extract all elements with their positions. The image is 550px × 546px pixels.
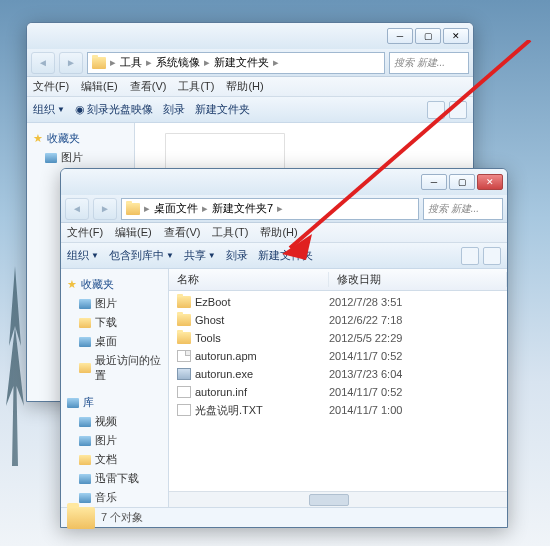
- titlebar[interactable]: ─ ▢ ✕: [61, 169, 507, 195]
- breadcrumb-item[interactable]: 系统镜像: [156, 55, 200, 70]
- tool-share[interactable]: 共享 ▼: [184, 248, 216, 263]
- close-button[interactable]: ✕: [443, 28, 469, 44]
- documents-icon: [79, 455, 91, 465]
- txt-icon: [177, 404, 191, 416]
- menu-view[interactable]: 查看(V): [130, 79, 167, 94]
- folder-icon: [177, 314, 191, 326]
- file-name: 光盘说明.TXT: [195, 403, 263, 418]
- address-bar[interactable]: ▸ 工具 ▸ 系统镜像 ▸ 新建文件夹 ▸: [87, 52, 385, 74]
- address-bar[interactable]: ▸ 桌面文件 ▸ 新建文件夹7 ▸: [121, 198, 419, 220]
- star-icon: ★: [33, 132, 43, 145]
- column-name[interactable]: 名称: [169, 272, 329, 287]
- file-date: 2012/6/22 7:18: [329, 314, 507, 326]
- file-row[interactable]: autorun.exe2013/7/23 6:04: [169, 365, 507, 383]
- desktop-icon: [79, 337, 91, 347]
- back-button[interactable]: ◄: [31, 52, 55, 74]
- menu-edit[interactable]: 编辑(E): [81, 79, 118, 94]
- column-date[interactable]: 修改日期: [329, 272, 507, 287]
- toolbar: 组织 ▼ ◉ 刻录光盘映像 刻录 新建文件夹: [27, 97, 473, 123]
- file-row[interactable]: Ghost2012/6/22 7:18: [169, 311, 507, 329]
- breadcrumb-item[interactable]: 新建文件夹: [214, 55, 269, 70]
- nav-bar: ◄ ► ▸ 桌面文件 ▸ 新建文件夹7 ▸ 搜索 新建...: [61, 195, 507, 223]
- menu-bar: 文件(F) 编辑(E) 查看(V) 工具(T) 帮助(H): [61, 223, 507, 243]
- file-date: 2014/11/7 0:52: [329, 350, 507, 362]
- menu-edit[interactable]: 编辑(E): [115, 225, 152, 240]
- breadcrumb-item[interactable]: 新建文件夹7: [212, 201, 273, 216]
- menu-view[interactable]: 查看(V): [164, 225, 201, 240]
- downloads-icon: [79, 318, 91, 328]
- sidebar-item-videos[interactable]: 视频: [65, 412, 164, 431]
- breadcrumb-item[interactable]: 工具: [120, 55, 142, 70]
- back-button[interactable]: ◄: [65, 198, 89, 220]
- file-row[interactable]: EzBoot2012/7/28 3:51: [169, 293, 507, 311]
- view-options-icon[interactable]: [461, 247, 479, 265]
- inf-icon: [177, 386, 191, 398]
- tool-burn[interactable]: 刻录: [163, 102, 185, 117]
- file-row[interactable]: 光盘说明.TXT2014/11/7 1:00: [169, 401, 507, 419]
- folder-icon: [126, 203, 140, 215]
- help-icon[interactable]: [449, 101, 467, 119]
- sidebar-item-pictures[interactable]: 图片: [31, 148, 130, 167]
- file-list[interactable]: EzBoot2012/7/28 3:51Ghost2012/6/22 7:18T…: [169, 291, 507, 491]
- sidebar-item-desktop[interactable]: 桌面: [65, 332, 164, 351]
- file-row[interactable]: Tools2012/5/5 22:29: [169, 329, 507, 347]
- recent-icon: [79, 363, 91, 373]
- file-icon: [177, 350, 191, 362]
- menu-help[interactable]: 帮助(H): [226, 79, 263, 94]
- tool-new-folder[interactable]: 新建文件夹: [258, 248, 313, 263]
- maximize-button[interactable]: ▢: [449, 174, 475, 190]
- horizontal-scrollbar[interactable]: [169, 491, 507, 507]
- pictures-icon: [45, 153, 57, 163]
- sidebar-item-documents[interactable]: 文档: [65, 450, 164, 469]
- menu-tools[interactable]: 工具(T): [212, 225, 248, 240]
- nav-bar: ◄ ► ▸ 工具 ▸ 系统镜像 ▸ 新建文件夹 ▸ 搜索 新建...: [27, 49, 473, 77]
- minimize-button[interactable]: ─: [421, 174, 447, 190]
- videos-icon: [79, 417, 91, 427]
- status-text: 7 个对象: [101, 510, 143, 525]
- menu-file[interactable]: 文件(F): [67, 225, 103, 240]
- sidebar-favorites[interactable]: ★收藏夹: [65, 275, 164, 294]
- file-row[interactable]: autorun.apm2014/11/7 0:52: [169, 347, 507, 365]
- sidebar-item-music[interactable]: 音乐: [65, 488, 164, 507]
- titlebar[interactable]: ─ ▢ ✕: [27, 23, 473, 49]
- file-name: Tools: [195, 332, 221, 344]
- pictures-icon: [79, 299, 91, 309]
- file-name: EzBoot: [195, 296, 230, 308]
- sidebar-item-pictures[interactable]: 图片: [65, 431, 164, 450]
- tool-organize[interactable]: 组织 ▼: [67, 248, 99, 263]
- sidebar-favorites[interactable]: ★收藏夹: [31, 129, 130, 148]
- file-name: autorun.inf: [195, 386, 247, 398]
- status-bar: 7 个对象: [61, 507, 507, 527]
- forward-button[interactable]: ►: [59, 52, 83, 74]
- file-date: 2013/7/23 6:04: [329, 368, 507, 380]
- menu-help[interactable]: 帮助(H): [260, 225, 297, 240]
- tool-include-library[interactable]: 包含到库中 ▼: [109, 248, 174, 263]
- explorer-window-front: ─ ▢ ✕ ◄ ► ▸ 桌面文件 ▸ 新建文件夹7 ▸ 搜索 新建... 文件(…: [60, 168, 508, 528]
- sidebar-item-recent[interactable]: 最近访问的位置: [65, 351, 164, 385]
- menu-bar: 文件(F) 编辑(E) 查看(V) 工具(T) 帮助(H): [27, 77, 473, 97]
- minimize-button[interactable]: ─: [387, 28, 413, 44]
- maximize-button[interactable]: ▢: [415, 28, 441, 44]
- column-headers: 名称 修改日期: [169, 269, 507, 291]
- close-button[interactable]: ✕: [477, 174, 503, 190]
- menu-file[interactable]: 文件(F): [33, 79, 69, 94]
- forward-button[interactable]: ►: [93, 198, 117, 220]
- tool-organize[interactable]: 组织 ▼: [33, 102, 65, 117]
- file-date: 2014/11/7 0:52: [329, 386, 507, 398]
- file-date: 2014/11/7 1:00: [329, 404, 507, 416]
- view-options-icon[interactable]: [427, 101, 445, 119]
- search-input[interactable]: 搜索 新建...: [389, 52, 469, 74]
- tool-burn[interactable]: 刻录: [226, 248, 248, 263]
- menu-tools[interactable]: 工具(T): [178, 79, 214, 94]
- search-input[interactable]: 搜索 新建...: [423, 198, 503, 220]
- tool-burn-disc-image[interactable]: ◉ 刻录光盘映像: [75, 102, 153, 117]
- sidebar-item-xunlei[interactable]: 迅雷下载: [65, 469, 164, 488]
- help-icon[interactable]: [483, 247, 501, 265]
- sidebar-libraries[interactable]: 库: [65, 393, 164, 412]
- breadcrumb-item[interactable]: 桌面文件: [154, 201, 198, 216]
- tool-new-folder[interactable]: 新建文件夹: [195, 102, 250, 117]
- file-row[interactable]: autorun.inf2014/11/7 0:52: [169, 383, 507, 401]
- sidebar-item-downloads[interactable]: 下载: [65, 313, 164, 332]
- sidebar-item-pictures[interactable]: 图片: [65, 294, 164, 313]
- scrollbar-thumb[interactable]: [309, 494, 349, 506]
